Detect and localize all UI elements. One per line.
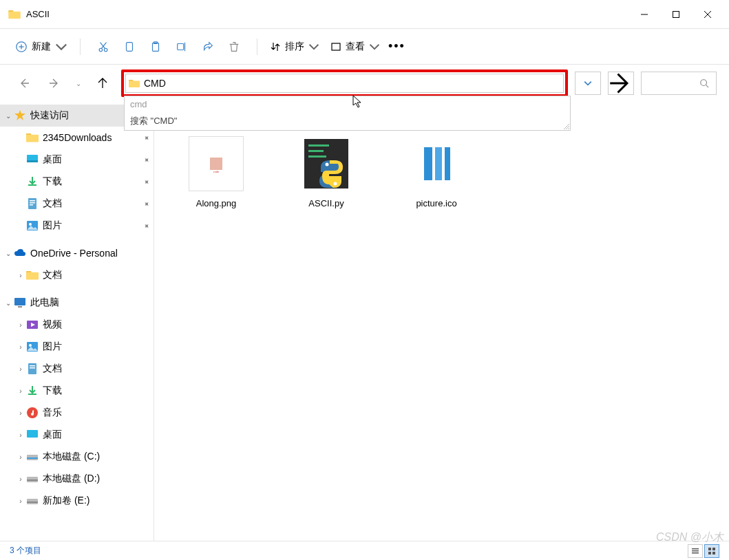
view-label: 查看 — [346, 41, 365, 53]
go-button[interactable] — [608, 72, 634, 95]
minimize-button[interactable] — [628, 3, 660, 25]
toolbar: 新建 排序 查看 ••• — [0, 29, 729, 65]
divider — [80, 39, 81, 55]
file-grid[interactable]: csdn Along.png ASCII.py picture.ico — [154, 102, 729, 541]
forward-button[interactable] — [43, 72, 66, 95]
svg-rect-26 — [27, 160, 38, 162]
address-input[interactable] — [144, 78, 560, 89]
sidebar-pictures[interactable]: 图片 ✦ — [0, 215, 154, 237]
delete-button[interactable] — [221, 34, 247, 60]
sidebar-videos[interactable]: › 视频 — [0, 314, 154, 336]
sort-label: 排序 — [285, 41, 304, 53]
tree-label: 新加卷 (E:) — [43, 495, 149, 507]
folder-icon — [26, 269, 39, 281]
copy-button[interactable] — [116, 34, 142, 60]
dropdown-item-search[interactable]: 搜索 "CMD" — [125, 112, 570, 130]
new-button[interactable]: 新建 — [12, 38, 70, 56]
file-name: picture.ico — [395, 198, 478, 208]
file-along-png[interactable]: csdn Along.png — [175, 136, 257, 208]
svg-point-59 — [334, 182, 337, 186]
svg-rect-16 — [178, 43, 184, 50]
sidebar-drive-e[interactable]: › 新加卷 (E:) — [0, 490, 154, 512]
sidebar-downloads[interactable]: 下载 ✦ — [0, 171, 154, 193]
tree-label: 视频 — [43, 319, 149, 331]
more-button[interactable]: ••• — [388, 39, 405, 54]
close-button[interactable] — [692, 3, 723, 25]
plus-circle-icon — [15, 41, 28, 53]
caret-right-icon: › — [15, 453, 26, 461]
arrow-right-icon — [49, 78, 60, 89]
caret-right-icon: › — [15, 387, 26, 395]
svg-rect-52 — [210, 158, 222, 170]
svg-point-32 — [29, 223, 32, 226]
sort-button[interactable]: 排序 — [267, 38, 322, 56]
up-button[interactable] — [91, 72, 114, 95]
caret-right-icon: › — [15, 431, 26, 439]
document-icon — [26, 363, 39, 375]
sidebar-pc-pictures[interactable]: › 图片 — [0, 336, 154, 358]
paste-button[interactable] — [142, 34, 169, 60]
arrow-up-icon — [97, 78, 108, 89]
address-bar[interactable] — [125, 74, 564, 93]
pictures-icon — [26, 341, 39, 353]
desktop-icon — [26, 429, 39, 441]
sidebar-pc-desktop[interactable]: › 桌面 — [0, 424, 154, 446]
tree-label: 本地磁盘 (C:) — [43, 451, 149, 463]
arrow-left-icon — [19, 78, 30, 89]
sidebar-pc-downloads[interactable]: › 下载 — [0, 380, 154, 402]
window-controls — [628, 3, 723, 25]
svg-rect-3 — [673, 11, 679, 17]
star-icon — [14, 109, 26, 122]
sidebar-onedrive[interactable]: ⌄ OneDrive - Personal — [0, 242, 154, 264]
search-box[interactable] — [641, 72, 717, 95]
maximize-button[interactable] — [660, 3, 692, 25]
address-dropdown-button[interactable] — [575, 72, 601, 95]
svg-rect-69 — [712, 552, 715, 554]
sidebar-music[interactable]: › 音乐 — [0, 402, 154, 424]
file-name: Along.png — [175, 198, 257, 208]
caret-down-icon: ⌄ — [3, 250, 14, 257]
tree-label: 图片 — [43, 219, 143, 232]
sidebar-pc-documents[interactable]: › 文档 — [0, 358, 154, 380]
svg-rect-14 — [153, 43, 159, 51]
sort-icon — [270, 41, 281, 52]
share-button[interactable] — [195, 34, 221, 60]
svg-point-9 — [99, 48, 103, 52]
share-icon — [202, 41, 214, 53]
sidebar-this-pc[interactable]: ⌄ 此电脑 — [0, 292, 154, 314]
address-bar-wrap: cmd 搜索 "CMD" — [121, 69, 568, 97]
drive-icon — [26, 451, 39, 463]
sidebar-drive-c[interactable]: › 本地磁盘 (C:) — [0, 446, 154, 468]
sidebar-documents[interactable]: 文档 ✦ — [0, 193, 154, 215]
dropdown-item-cmd[interactable]: cmd — [125, 96, 570, 112]
sidebar-od-documents[interactable]: › 文档 — [0, 264, 154, 286]
tree-label: 本地磁盘 (D:) — [43, 473, 149, 485]
cut-button[interactable] — [90, 34, 116, 60]
rename-button[interactable] — [169, 34, 195, 60]
svg-rect-34 — [26, 272, 39, 279]
clipboard-icon — [149, 41, 162, 53]
tree-label: 桌面 — [43, 429, 149, 441]
sidebar-drive-d[interactable]: › 本地磁盘 (D:) — [0, 468, 154, 490]
caret-down-icon: ⌄ — [3, 299, 14, 307]
icons-view-button[interactable] — [704, 544, 719, 558]
file-ascii-py[interactable]: ASCII.py — [285, 136, 368, 208]
new-label: 新建 — [32, 41, 51, 53]
view-button[interactable]: 查看 — [328, 38, 383, 56]
view-icon — [330, 41, 341, 52]
history-dropdown[interactable]: ⌄ — [73, 80, 84, 87]
caret-right-icon: › — [15, 409, 26, 417]
scissors-icon — [97, 41, 109, 53]
svg-rect-48 — [27, 480, 38, 481]
svg-rect-1 — [8, 11, 21, 19]
file-picture-ico[interactable]: picture.ico — [395, 136, 478, 208]
back-button[interactable] — [12, 72, 36, 95]
caret-down-icon: ⌄ — [3, 112, 14, 120]
arrow-right-icon — [609, 71, 633, 96]
svg-rect-57 — [308, 155, 326, 158]
details-view-button[interactable] — [688, 544, 703, 558]
video-icon — [26, 319, 39, 331]
sidebar-desktop[interactable]: 桌面 ✦ — [0, 149, 154, 171]
svg-line-22 — [706, 85, 709, 88]
thumbnail-image-icon: csdn — [189, 136, 244, 191]
